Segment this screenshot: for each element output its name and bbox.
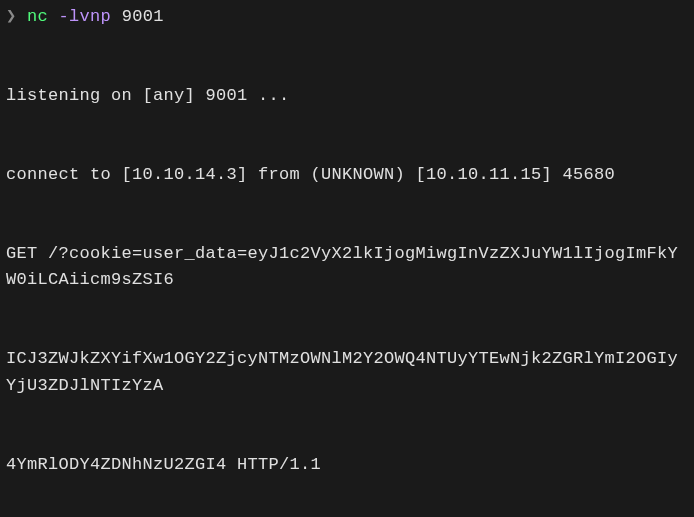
output-connect: connect to [10.10.14.3] from (UNKNOWN) […: [6, 162, 688, 188]
terminal-output: listening on [any] 9001 ... connect to […: [6, 30, 688, 517]
command-port: 9001: [122, 7, 164, 26]
command-name: nc: [27, 7, 48, 26]
output-get-request-line1: GET /?cookie=user_data=eyJ1c2VyX2lkIjogM…: [6, 241, 688, 294]
output-get-request-line3: 4YmRlODY4ZDNhNzU2ZGI4 HTTP/1.1: [6, 452, 688, 478]
output-get-request-line2: ICJ3ZWJkZXYifXw1OGY2ZjcyNTMzOWNlM2Y2OWQ4…: [6, 346, 688, 399]
command-flag: -lvnp: [59, 7, 112, 26]
prompt-symbol: ❯: [6, 7, 17, 26]
command-prompt-line[interactable]: ❯ nc -lvnp 9001: [6, 4, 688, 30]
output-listening: listening on [any] 9001 ...: [6, 83, 688, 109]
